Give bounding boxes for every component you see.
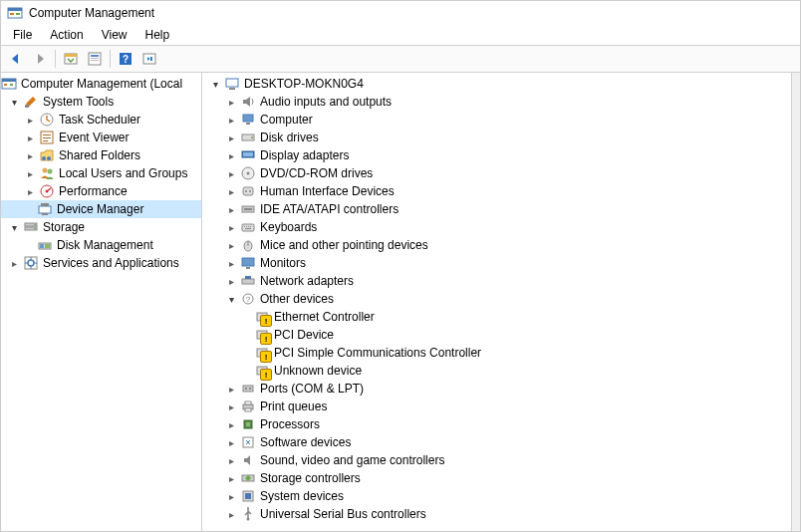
chevron-down-icon[interactable]: ▾ xyxy=(208,77,222,91)
chevron-right-icon[interactable]: ▸ xyxy=(224,238,238,252)
svg-rect-18 xyxy=(25,105,29,108)
chevron-right-icon[interactable]: ▸ xyxy=(224,489,238,503)
chevron-right-icon[interactable]: ▸ xyxy=(224,184,238,198)
svg-point-88 xyxy=(247,507,249,509)
chevron-right-icon[interactable]: ▸ xyxy=(224,417,238,431)
refresh-button[interactable] xyxy=(138,48,160,70)
computer-mgmt-icon xyxy=(1,76,17,92)
device-category-print-queues[interactable]: ▸Print queues xyxy=(202,398,791,415)
chevron-right-icon[interactable]: ▸ xyxy=(23,131,37,144)
device-category-display[interactable]: ▸Display adapters xyxy=(202,146,791,164)
tree-node-root[interactable]: Computer Management (Local xyxy=(1,75,201,93)
chevron-right-icon[interactable]: ▸ xyxy=(23,148,37,162)
chevron-right-icon[interactable]: ▸ xyxy=(23,166,37,180)
device-category-system-devices[interactable]: ▸System devices xyxy=(202,487,791,505)
chevron-right-icon[interactable]: ▸ xyxy=(224,95,238,109)
chevron-down-icon[interactable]: ▾ xyxy=(224,292,238,306)
help-button[interactable]: ? xyxy=(115,48,136,70)
device-category-monitors[interactable]: ▸Monitors xyxy=(202,254,791,272)
tree-label: Services and Applications xyxy=(41,256,181,270)
svg-point-47 xyxy=(251,136,253,138)
shared-folder-icon xyxy=(39,147,55,163)
chevron-down-icon[interactable]: ▾ xyxy=(7,220,21,234)
svg-rect-43 xyxy=(229,88,235,90)
show-hide-tree-button[interactable] xyxy=(60,48,82,70)
chevron-right-icon[interactable]: ▸ xyxy=(7,256,21,270)
chevron-right-icon[interactable]: ▸ xyxy=(224,382,238,396)
chevron-right-icon[interactable]: ▸ xyxy=(23,184,37,198)
tree-node-performance[interactable]: ▸ Performance xyxy=(1,182,201,200)
tree-node-task-scheduler[interactable]: ▸ Task Scheduler xyxy=(1,111,201,129)
menu-help[interactable]: Help xyxy=(137,27,178,43)
window-title: Computer Management xyxy=(29,6,154,20)
device-category-software-devices[interactable]: ▸Software devices xyxy=(202,433,791,451)
device-category-ports[interactable]: ▸Ports (COM & LPT) xyxy=(202,380,791,398)
svg-rect-52 xyxy=(243,187,253,195)
svg-rect-82 xyxy=(246,422,250,426)
device-category-computer[interactable]: ▸Computer xyxy=(202,111,791,129)
back-button[interactable] xyxy=(5,48,27,70)
chevron-right-icon[interactable]: ▸ xyxy=(224,202,238,216)
tree-node-event-viewer[interactable]: ▸ Event Viewer xyxy=(1,129,201,146)
chevron-right-icon[interactable]: ▸ xyxy=(224,507,238,521)
chevron-right-icon[interactable]: ▸ xyxy=(224,166,238,180)
forward-button[interactable] xyxy=(29,48,51,70)
device-root[interactable]: ▾ DESKTOP-MOKN0G4 xyxy=(202,75,791,93)
menu-action[interactable]: Action xyxy=(42,27,91,43)
device-category-mice[interactable]: ▸Mice and other pointing devices xyxy=(202,236,791,254)
actions-pane-collapsed[interactable] xyxy=(792,73,800,531)
chevron-right-icon[interactable]: ▸ xyxy=(224,274,238,288)
tree-node-local-users[interactable]: ▸ Local Users and Groups xyxy=(1,164,201,182)
event-icon xyxy=(39,130,55,145)
chevron-right-icon[interactable]: ▸ xyxy=(224,453,238,467)
tree-node-device-manager[interactable]: Device Manager xyxy=(1,200,201,218)
chevron-right-icon[interactable]: ▸ xyxy=(224,148,238,162)
device-category-network[interactable]: ▸Network adapters xyxy=(202,272,791,290)
tree-node-system-tools[interactable]: ▾ System Tools xyxy=(1,93,201,111)
chevron-right-icon[interactable]: ▸ xyxy=(224,220,238,234)
chevron-right-icon[interactable]: ▸ xyxy=(224,471,238,485)
device-category-sound[interactable]: ▸Sound, video and game controllers xyxy=(202,451,791,469)
software-icon xyxy=(240,434,256,450)
svg-point-24 xyxy=(42,156,46,160)
chevron-down-icon[interactable]: ▾ xyxy=(7,95,21,109)
usb-icon xyxy=(240,506,256,522)
display-icon xyxy=(240,147,256,163)
device-warning-icon xyxy=(254,345,270,361)
tree-node-shared-folders[interactable]: ▸ Shared Folders xyxy=(1,146,201,164)
device-category-hid[interactable]: ▸Human Interface Devices xyxy=(202,182,791,200)
device-category-processors[interactable]: ▸Processors xyxy=(202,415,791,433)
device-category-disk-drives[interactable]: ▸Disk drives xyxy=(202,129,791,146)
tree-node-disk-management[interactable]: Disk Management xyxy=(1,236,201,254)
device-category-dvd[interactable]: ▸DVD/CD-ROM drives xyxy=(202,164,791,182)
chevron-right-icon[interactable]: ▸ xyxy=(23,113,37,127)
tree-label: Software devices xyxy=(258,435,353,449)
device-category-usb[interactable]: ▸Universal Serial Bus controllers xyxy=(202,505,791,523)
disk-mgmt-icon xyxy=(37,237,53,253)
device-item-pci[interactable]: PCI Device xyxy=(202,326,791,344)
device-category-keyboards[interactable]: ▸Keyboards xyxy=(202,218,791,236)
left-tree-pane: Computer Management (Local ▾ System Tool… xyxy=(1,73,202,531)
properties-button[interactable] xyxy=(84,48,106,70)
tree-label: Event Viewer xyxy=(57,131,131,144)
menu-view[interactable]: View xyxy=(94,27,135,43)
chevron-right-icon[interactable]: ▸ xyxy=(224,256,238,270)
chevron-right-icon[interactable]: ▸ xyxy=(224,435,238,449)
device-category-storage-controllers[interactable]: ▸Storage controllers xyxy=(202,469,791,487)
svg-rect-58 xyxy=(244,226,245,227)
device-category-other[interactable]: ▾?Other devices xyxy=(202,290,791,308)
device-category-audio[interactable]: ▸Audio inputs and outputs xyxy=(202,93,791,111)
chevron-right-icon[interactable]: ▸ xyxy=(224,113,238,127)
tree-label: Universal Serial Bus controllers xyxy=(258,507,428,521)
device-item-ethernet[interactable]: Ethernet Controller xyxy=(202,308,791,326)
device-item-pci-simple[interactable]: PCI Simple Communications Controller xyxy=(202,344,791,362)
tree-node-storage[interactable]: ▾ Storage xyxy=(1,218,201,236)
device-category-ide[interactable]: ▸IDE ATA/ATAPI controllers xyxy=(202,200,791,218)
menu-file[interactable]: File xyxy=(5,27,40,43)
device-item-unknown[interactable]: Unknown device xyxy=(202,362,791,380)
chevron-right-icon[interactable]: ▸ xyxy=(224,399,238,413)
tree-node-services-apps[interactable]: ▸ Services and Applications xyxy=(1,254,201,272)
performance-icon xyxy=(39,183,55,199)
chevron-right-icon[interactable]: ▸ xyxy=(224,131,238,144)
svg-rect-5 xyxy=(65,54,77,57)
